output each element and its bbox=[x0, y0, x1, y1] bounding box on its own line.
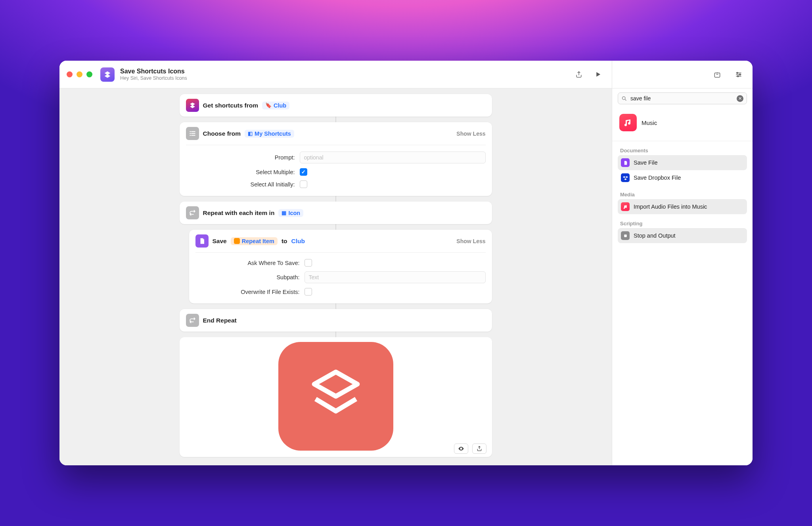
action-label: Repeat with each item in bbox=[203, 209, 275, 217]
quicklook-button[interactable] bbox=[454, 443, 468, 454]
variable-my-shortcuts[interactable]: ◧ My Shortcuts bbox=[245, 130, 294, 138]
shortcut-subtitle: Hey Siri, Save Shortcuts Icons bbox=[120, 75, 187, 81]
music-app-icon bbox=[619, 114, 637, 131]
titlebar: Save Shortcuts Icons Hey Siri, Save Shor… bbox=[59, 61, 612, 88]
music-icon bbox=[621, 202, 630, 211]
action-get-shortcuts[interactable]: Get shortcuts from 🔖 Club bbox=[180, 94, 492, 117]
minimize-window-button[interactable] bbox=[77, 71, 82, 77]
subpath-input[interactable] bbox=[304, 271, 486, 283]
action-save-file[interactable]: Save Repeat Item to Club Show Less Ask W… bbox=[189, 230, 492, 303]
shortcuts-glyph-icon: ◧ bbox=[248, 131, 253, 136]
to-label: to bbox=[282, 238, 287, 245]
field-prompt: Prompt: bbox=[186, 149, 486, 166]
bookmark-icon: 🔖 bbox=[265, 102, 272, 108]
field-ask-where-to-save: Ask Where To Save: bbox=[195, 257, 486, 269]
ask-where-to-save-checkbox[interactable] bbox=[304, 259, 312, 267]
field-select-multiple: Select Multiple: bbox=[186, 166, 486, 178]
file-icon bbox=[195, 234, 209, 248]
svg-rect-5 bbox=[624, 234, 627, 237]
library-toggle-button[interactable] bbox=[710, 68, 724, 81]
connector bbox=[335, 196, 336, 202]
action-repeat-with-each[interactable]: Repeat with each item in ▦ Icon bbox=[180, 202, 492, 224]
file-icon bbox=[621, 158, 630, 167]
apps-row: Music bbox=[612, 108, 753, 141]
shortcut-title: Save Shortcuts Icons bbox=[120, 67, 187, 75]
window-controls bbox=[67, 71, 92, 77]
folder-token[interactable]: 🔖 Club bbox=[262, 102, 289, 109]
repeat-icon bbox=[186, 314, 199, 327]
svg-point-1 bbox=[737, 72, 738, 73]
action-label: Save bbox=[213, 238, 227, 245]
action-item-stop-and-output[interactable]: Stop and Output bbox=[618, 228, 747, 243]
connector bbox=[335, 224, 336, 230]
field-select-all-initially: Select All Initially: bbox=[186, 178, 486, 190]
repeat-item-glyph-icon bbox=[234, 238, 240, 244]
connector bbox=[335, 303, 336, 309]
destination-token[interactable]: Club bbox=[291, 238, 305, 245]
app-music[interactable]: Music bbox=[619, 114, 657, 131]
clear-search-button[interactable]: ✕ bbox=[737, 95, 743, 102]
result-preview-image bbox=[278, 342, 393, 451]
list-icon bbox=[186, 127, 199, 140]
editor-pane: Save Shortcuts Icons Hey Siri, Save Shor… bbox=[59, 61, 612, 465]
share-result-button[interactable] bbox=[472, 443, 486, 454]
action-item-save-dropbox-file[interactable]: Save Dropbox File bbox=[618, 170, 747, 185]
action-item-save-file[interactable]: Save File bbox=[618, 155, 747, 170]
select-multiple-checkbox[interactable] bbox=[300, 168, 307, 176]
search-icon bbox=[621, 96, 627, 102]
variable-glyph-icon: ▦ bbox=[282, 210, 286, 216]
overwrite-checkbox[interactable] bbox=[304, 288, 312, 296]
shortcuts-editor-window: Save Shortcuts Icons Hey Siri, Save Shor… bbox=[59, 61, 753, 465]
shortcuts-app-icon bbox=[186, 99, 199, 112]
settings-button[interactable] bbox=[732, 68, 745, 81]
action-choose-from-list[interactable]: Choose from ◧ My Shortcuts Show Less Pro… bbox=[180, 122, 492, 196]
action-label: End Repeat bbox=[203, 317, 237, 324]
section-media: Media Import Audio Files into Music bbox=[612, 185, 753, 214]
actions-canvas[interactable]: Get shortcuts from 🔖 Club Choose from bbox=[59, 88, 612, 465]
field-subpath: Subpath: bbox=[195, 269, 486, 286]
svg-point-2 bbox=[739, 74, 741, 75]
action-item-import-audio[interactable]: Import Audio Files into Music bbox=[618, 199, 747, 214]
search-field[interactable]: ✕ bbox=[618, 92, 747, 104]
svg-rect-0 bbox=[714, 73, 720, 77]
search-input[interactable] bbox=[630, 95, 733, 102]
dropbox-icon bbox=[621, 173, 630, 182]
show-less-toggle[interactable]: Show Less bbox=[456, 238, 485, 244]
section-scripting: Scripting Stop and Output bbox=[612, 214, 753, 243]
zoom-window-button[interactable] bbox=[86, 71, 92, 77]
result-preview-card bbox=[180, 337, 492, 457]
section-documents: Documents Save File Save Dropbox File bbox=[612, 141, 753, 185]
variable-icon[interactable]: ▦ Icon bbox=[278, 209, 303, 217]
library-toolbar bbox=[612, 61, 753, 88]
shortcut-icon bbox=[100, 67, 115, 82]
action-label: Choose from bbox=[203, 130, 241, 137]
action-end-repeat[interactable]: End Repeat bbox=[180, 309, 492, 332]
share-button[interactable] bbox=[572, 68, 586, 81]
title-group: Save Shortcuts Icons Hey Siri, Save Shor… bbox=[120, 67, 187, 81]
variable-repeat-item[interactable]: Repeat Item bbox=[231, 237, 278, 245]
stop-icon bbox=[621, 231, 630, 240]
select-all-initially-checkbox[interactable] bbox=[300, 180, 307, 188]
action-label: Get shortcuts from bbox=[203, 102, 259, 109]
svg-point-4 bbox=[622, 96, 626, 100]
close-window-button[interactable] bbox=[67, 71, 73, 77]
field-overwrite: Overwrite If File Exists: bbox=[195, 286, 486, 298]
prompt-input[interactable] bbox=[300, 152, 486, 163]
run-button[interactable] bbox=[591, 68, 605, 81]
connector bbox=[335, 117, 336, 122]
show-less-toggle[interactable]: Show Less bbox=[456, 131, 485, 137]
svg-point-3 bbox=[737, 75, 739, 77]
repeat-icon bbox=[186, 206, 199, 219]
connector bbox=[335, 332, 336, 337]
library-pane: ✕ Music Documents Save File Save Dropbox… bbox=[612, 61, 753, 465]
